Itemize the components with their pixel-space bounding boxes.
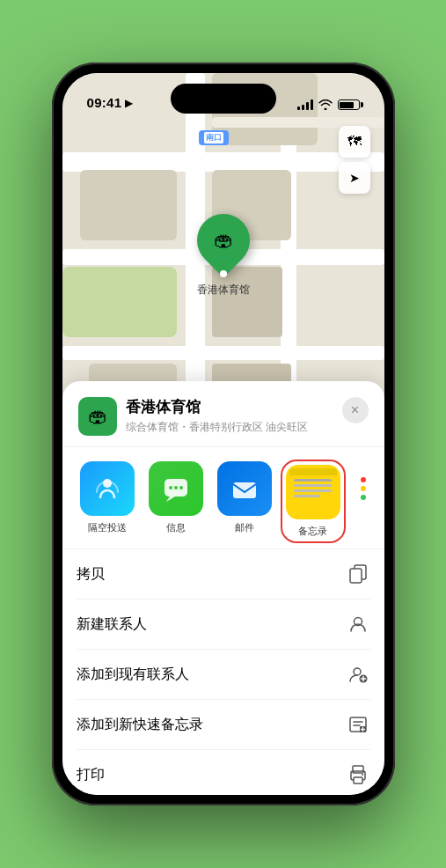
action-quick-note-label: 添加到新快速备忘录 [77, 716, 203, 734]
venue-info: 香港体育馆 综合体育馆・香港特别行政区 油尖旺区 [126, 397, 335, 435]
notes-icon [286, 465, 340, 519]
svg-point-5 [179, 486, 183, 489]
status-icons [297, 99, 360, 110]
map-type-button[interactable]: 🗺 [339, 126, 370, 158]
pin-icon: 🏟 [214, 229, 233, 252]
share-more[interactable] [351, 461, 376, 516]
location-icon: ▶ [125, 97, 133, 109]
share-messages[interactable]: 信息 [145, 461, 207, 534]
share-mail[interactable]: 邮件 [214, 461, 275, 534]
venue-header: 🏟 香港体育馆 综合体育馆・香港特别行政区 油尖旺区 × [62, 381, 384, 447]
action-add-existing[interactable]: 添加到现有联系人 [77, 650, 370, 700]
add-existing-icon [346, 662, 370, 687]
map-controls: 🗺 ➤ [339, 126, 370, 197]
airdrop-label: 隔空投送 [88, 521, 127, 534]
pin-label: 香港体育馆 [197, 283, 250, 298]
dynamic-island [171, 84, 276, 114]
action-new-contact-label: 新建联系人 [77, 615, 147, 634]
signal-icon [297, 99, 313, 110]
action-quick-note[interactable]: 添加到新快速备忘录 [77, 700, 370, 750]
action-print[interactable]: 打印 [77, 750, 370, 795]
share-airdrop[interactable]: 隔空投送 [77, 461, 138, 534]
more-dots-icon [351, 461, 376, 516]
svg-point-3 [169, 486, 172, 489]
venue-icon: 🏟 [78, 397, 117, 436]
action-copy-label: 拷贝 [77, 565, 105, 584]
svg-rect-16 [354, 777, 362, 783]
location-pin: 🏟 香港体育馆 [197, 214, 250, 298]
location-button[interactable]: ➤ [339, 162, 370, 194]
svg-point-4 [174, 486, 178, 489]
svg-point-17 [362, 774, 363, 776]
messages-icon [149, 461, 203, 516]
copy-icon [346, 562, 370, 586]
action-print-label: 打印 [77, 766, 105, 784]
phone-frame: 09:41 ▶ [52, 63, 395, 805]
svg-rect-6 [233, 482, 256, 498]
mail-icon [217, 461, 272, 516]
share-notes[interactable]: 备忘录 [282, 461, 344, 541]
svg-marker-2 [166, 497, 175, 502]
svg-rect-14 [353, 766, 363, 773]
print-icon [346, 762, 370, 787]
status-time: 09:41 [87, 95, 122, 110]
action-copy[interactable]: 拷贝 [77, 549, 370, 600]
svg-point-10 [354, 668, 361, 675]
map-label: 南口 [199, 130, 229, 145]
phone-screen: 09:41 ▶ [62, 73, 384, 795]
airdrop-icon [80, 461, 135, 516]
battery-icon [338, 99, 360, 110]
svg-point-0 [103, 479, 112, 488]
action-add-existing-label: 添加到现有联系人 [77, 666, 189, 684]
mail-label: 邮件 [235, 521, 254, 534]
wifi-icon [318, 99, 333, 110]
action-list: 拷贝 新建联系人 [62, 549, 384, 795]
action-new-contact[interactable]: 新建联系人 [77, 600, 370, 650]
notes-label: 备忘录 [298, 525, 327, 538]
venue-subtitle: 综合体育馆・香港特别行政区 油尖旺区 [126, 420, 335, 435]
svg-rect-8 [350, 569, 362, 583]
share-row: 隔空投送 信息 [62, 447, 384, 549]
quick-note-icon [346, 712, 370, 737]
bottom-sheet: 🏟 香港体育馆 综合体育馆・香港特别行政区 油尖旺区 × [62, 381, 384, 795]
venue-name: 香港体育馆 [126, 397, 335, 417]
messages-label: 信息 [166, 521, 186, 534]
close-button[interactable]: × [342, 397, 369, 423]
new-contact-icon [346, 612, 370, 636]
